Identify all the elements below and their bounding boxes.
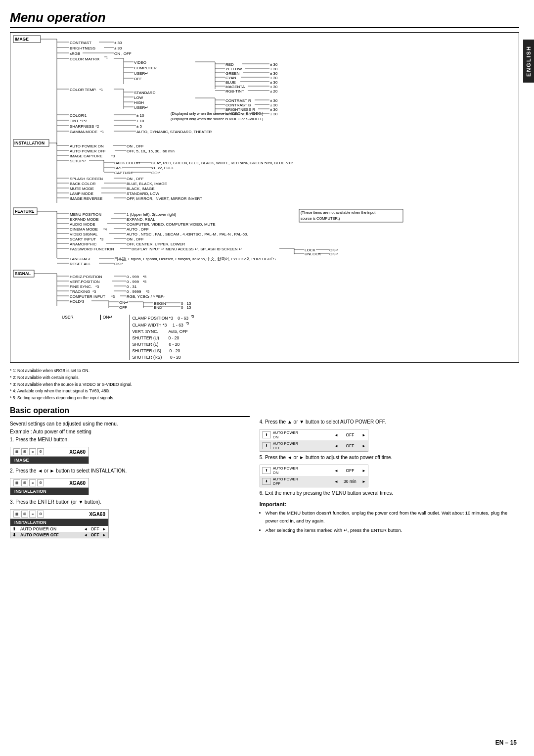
footnote-3: * 3: Not available when the source is a … (10, 381, 519, 388)
svg-text:CONTRAST B: CONTRAST B (225, 103, 251, 107)
svg-text:LANGUAGE: LANGUAGE (70, 257, 91, 261)
svg-text:UNLOCK: UNLOCK (305, 252, 321, 256)
svg-text:日本語, English, Español, Deutsch: 日本語, English, Español, Deutsch, Français… (114, 257, 276, 261)
svg-text:± 20: ± 20 (270, 89, 278, 94)
svg-text:CYAN: CYAN (225, 76, 236, 80)
svg-text:*2: *2 (95, 124, 99, 129)
page-title: Menu operation (10, 10, 519, 28)
xga-row-ap-off: ⬇ AUTO POWER OFF ◄ OFF ► (10, 532, 108, 538)
svg-text:MUTE MODE: MUTE MODE (70, 187, 94, 191)
ap-row-3: ⬆ AUTO POWERON ◄ OFF ► (260, 465, 368, 476)
ap-val-4: 30 min (340, 479, 360, 484)
xga-tab-1: IMAGE (10, 457, 89, 464)
svg-text:*1: *1 (100, 130, 104, 134)
svg-text:*3: *3 (111, 154, 115, 158)
svg-text:*1: *1 (83, 113, 87, 118)
xga-box-1: ▦ ⊞ ≡ ⚙ XGA60 IMAGE (10, 447, 89, 464)
svg-text:sRGB: sRGB (70, 51, 80, 56)
svg-text:VIDEO: VIDEO (134, 60, 146, 65)
row-val-1: OFF (88, 526, 102, 531)
menu-diagram: IMAGE CONTRAST ± 30 BRIGHTNESS ± 30 sRGB… (10, 32, 519, 363)
svg-text:IMAGE CAPTURE: IMAGE CAPTURE (70, 154, 102, 158)
step3-text: 3. Press the ENTER button (or ▼ button). (10, 498, 250, 506)
icon-display-3: ⊞ (21, 511, 28, 518)
ap-arrow-l-4: ◄ (334, 479, 338, 484)
svg-text:COLOR: COLOR (70, 113, 84, 118)
xga-icons-1: ▦ ⊞ ≡ ⚙ (13, 448, 44, 455)
svg-text:COLOR MATRIX: COLOR MATRIX (70, 57, 100, 61)
svg-text:BACK COLOR: BACK COLOR (70, 182, 96, 186)
svg-text:OFF, CENTER, UPPER, LOWER: OFF, CENTER, UPPER, LOWER (127, 242, 185, 246)
svg-text:GREEN: GREEN (225, 71, 240, 76)
svg-text:*1: *1 (99, 88, 103, 92)
auto-power-box-2: ⬆ AUTO POWERON ◄ OFF ► ⬇ AUTO POWEROFF ◄… (260, 465, 368, 487)
svg-text:SETUP↵: SETUP↵ (70, 159, 87, 163)
svg-text:± 10: ± 10 (136, 119, 144, 123)
svg-text:± 30: ± 30 (270, 98, 278, 103)
ap-val-3: OFF (340, 468, 360, 473)
footnote-1: * 1: Not available when sRGB is set to O… (10, 368, 519, 375)
svg-text:END: END (154, 305, 162, 310)
svg-text:*5: *5 (143, 280, 146, 284)
svg-text:source is COMPUTER.): source is COMPUTER.) (301, 216, 340, 221)
row-num-1: ⬆ (12, 526, 20, 531)
footnote-4: * 4: Available only when the input signa… (10, 388, 519, 395)
auto-power-box-1: ⬆ AUTO POWERON ◄ OFF ► ⬇ AUTO POWEROFF ◄… (260, 429, 368, 452)
svg-text:COMPUTER: COMPUTER (134, 66, 157, 70)
svg-text:CINEMA MODE: CINEMA MODE (70, 227, 98, 232)
icon-display: ⊞ (21, 448, 28, 455)
ap-label-off-2: AUTO POWEROFF (273, 477, 332, 486)
svg-text:± 30: ± 30 (270, 80, 278, 85)
footnote-2: * 2: Not available with certain signals. (10, 375, 519, 381)
svg-text:EXPAND MODE: EXPAND MODE (70, 217, 99, 222)
row-arrow-l-2: ◄ (84, 533, 88, 537)
ap-val-1: OFF (340, 432, 360, 437)
row-arrow-l-1: ◄ (84, 527, 88, 531)
svg-text:0 - 15: 0 - 15 (181, 305, 191, 310)
svg-text:*3: *3 (111, 294, 115, 299)
ap-row-4: ⬇ AUTO POWEROFF ◄ 30 min ► (260, 476, 368, 487)
svg-text:INSTALLATION: INSTALLATION (14, 141, 44, 145)
svg-text:MAGENTA: MAGENTA (225, 85, 245, 89)
important-list: When the MENU button doesn't function, u… (260, 509, 519, 534)
icon-gear-3: ⚙ (37, 511, 44, 518)
xga-box-2: ▦ ⊞ ≡ ⚙ XGA60 INSTALLATION (10, 478, 89, 495)
svg-text:*1*2: *1*2 (80, 119, 87, 123)
svg-text:*4: *4 (103, 227, 107, 232)
svg-text:CAPTURE: CAPTURE (114, 171, 133, 175)
svg-text:COLOR TEMP.: COLOR TEMP. (70, 88, 96, 92)
svg-text:YELLOW: YELLOW (225, 67, 242, 71)
icon-camera: ▦ (13, 448, 20, 455)
footnotes-section: * 1: Not available when sRGB is set to O… (10, 368, 519, 401)
important-item-1: When the MENU button doesn't function, u… (266, 509, 519, 524)
svg-text:*1: *1 (104, 55, 108, 59)
svg-text:AUTO POWER ON: AUTO POWER ON (70, 144, 104, 148)
step2-text: 2. Press the ◄ or ► button to select INS… (10, 467, 250, 475)
page-number: EN – 15 (495, 739, 517, 746)
svg-text:OK↵: OK↵ (114, 262, 124, 266)
ap-icon-3: ⬆ (262, 467, 271, 474)
svg-text:± 30: ± 30 (270, 85, 278, 89)
svg-text:SCART INPUT: SCART INPUT (70, 237, 96, 241)
svg-text:OFF, 5, 10,, 15, 30,, 60 min: OFF, 5, 10,, 15, 30,, 60 min (127, 149, 175, 153)
svg-text:± 30: ± 30 (270, 71, 278, 76)
diagram-svg: IMAGE CONTRAST ± 30 BRIGHTNESS ± 30 sRGB… (12, 35, 512, 312)
ap-label-on-1: AUTO POWERON (273, 430, 332, 439)
svg-text:± 30: ± 30 (270, 107, 278, 112)
ap-arrow-r-3: ► (362, 469, 366, 473)
svg-text:ON , OFF: ON , OFF (127, 237, 144, 241)
svg-text:OFF, MIRROR, INVERT, MIRROR IN: OFF, MIRROR, INVERT, MIRROR INVERT (127, 196, 202, 201)
ap-arrow-l-1: ◄ (334, 433, 338, 437)
ap-arrow-l-2: ◄ (334, 444, 338, 448)
svg-text:VIDEO SIGNAL: VIDEO SIGNAL (70, 232, 98, 236)
icon-camera-3: ▦ (13, 511, 20, 518)
row-num-2: ⬇ (12, 532, 20, 537)
svg-text:ON↵: ON↵ (119, 300, 129, 305)
icon-gear: ⚙ (37, 448, 44, 455)
svg-text:AUTO POWER OFF: AUTO POWER OFF (70, 149, 106, 153)
ap-val-2: OFF (340, 443, 360, 448)
svg-text:± 10: ± 10 (136, 113, 144, 118)
footnote-5: * 5: Setting range differs depending on … (10, 395, 519, 402)
svg-text:BRIGHTNESS: BRIGHTNESS (70, 46, 95, 50)
ap-icon-1: ⬆ (262, 431, 271, 438)
